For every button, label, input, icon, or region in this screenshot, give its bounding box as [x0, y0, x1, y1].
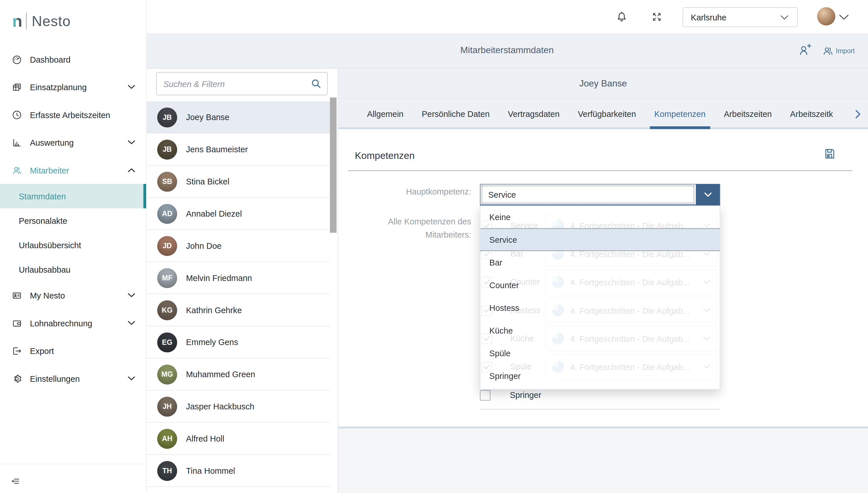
sidebar-item-lohnabrechnung[interactable]: Lohnabrechnung: [0, 309, 146, 337]
sidebar-item-export[interactable]: Export: [0, 337, 146, 365]
tab-verfuegbarkeiten[interactable]: Verfügbarkeiten: [578, 99, 636, 129]
alle-kompetenzen-label-line2: Mitarbeiters:: [338, 230, 471, 239]
tab-persoenliche-daten[interactable]: Persönliche Daten: [422, 99, 489, 129]
sidebar-item-auswertung[interactable]: Auswertung: [0, 128, 146, 156]
tab-allgemein[interactable]: Allgemein: [367, 99, 404, 129]
sidebar-item-label: My Nesto: [30, 291, 65, 300]
employee-row[interactable]: AD Annabel Diezel: [146, 198, 330, 230]
sidebar-item-label: Einsatzplanung: [30, 82, 87, 92]
sidebar-subitem-stammdaten[interactable]: Stammdaten: [0, 184, 146, 208]
option-spuele[interactable]: Spüle: [480, 342, 719, 365]
logo-divider: [26, 13, 27, 29]
employee-row[interactable]: MG Muhammed Green: [146, 359, 330, 391]
sidebar-subitem-label: Stammdaten: [19, 191, 66, 201]
tab-vertragsdaten[interactable]: Vertragsdaten: [508, 99, 559, 129]
employee-list: JB Joey Banse JB Jens Baumeister SB Stin…: [146, 102, 338, 493]
chevron-up-icon: [128, 168, 135, 172]
sidebar-subitem-urlaubsabbau[interactable]: Urlaubsabbau: [0, 257, 146, 282]
logo-text: Nesto: [32, 12, 71, 29]
avatar: JB: [157, 140, 177, 159]
employee-row[interactable]: JH Jasper Hackbusch: [146, 391, 330, 423]
sidebar-subitem-personalakte[interactable]: Personalakte: [0, 208, 146, 233]
alle-kompetenzen-label-line1: Alle Kompetenzen des: [338, 217, 471, 226]
sidebar-item-erfasste-arbeitszeiten[interactable]: Erfasste Arbeitszeiten: [0, 101, 146, 128]
location-selector-value: Karlsruhe: [691, 12, 727, 22]
fullscreen-icon[interactable]: [652, 12, 662, 22]
chevron-down-icon: [128, 321, 135, 325]
hauptkompetenz-dropdown: Service 4. Fortgeschritten - Die Aufgab.…: [480, 206, 720, 389]
sidebar-item-einsatzplanung[interactable]: Einsatzplanung: [0, 73, 146, 101]
tab-kompetenzen[interactable]: Kompetenzen: [654, 99, 706, 129]
avatar: MG: [157, 364, 177, 384]
employee-name: Kathrin Gehrke: [186, 305, 242, 315]
employee-name: Tina Hommel: [186, 466, 235, 475]
employee-row[interactable]: SB Stina Bickel: [146, 166, 330, 198]
sidebar-item-mitarbeiter[interactable]: Mitarbeiter: [0, 156, 146, 184]
sidebar-item-einstellungen[interactable]: Einstellungen: [0, 365, 146, 392]
avatar: TH: [157, 461, 177, 481]
schedule-grid-icon: [12, 82, 22, 92]
employee-name: Emmely Gens: [186, 337, 238, 347]
chevron-down-icon: [780, 15, 788, 20]
sidebar-collapse-icon[interactable]: [10, 476, 21, 487]
employee-name: Joey Banse: [186, 112, 229, 122]
save-icon[interactable]: [823, 147, 836, 160]
tab-arbeitszeiten[interactable]: Arbeitszeiten: [724, 99, 772, 129]
location-selector[interactable]: Karlsruhe: [683, 7, 798, 27]
hauptkompetenz-select[interactable]: Service: [480, 184, 720, 206]
avatar: EG: [157, 332, 177, 352]
tabs-scroll-right-chevron-icon[interactable]: [855, 109, 868, 119]
search-icon[interactable]: [310, 78, 322, 90]
employee-name: Stina Bickel: [186, 177, 229, 186]
checkbox-unchecked[interactable]: [480, 390, 490, 401]
avatar: AH: [157, 429, 177, 448]
sidebar-item-my-nesto[interactable]: My Nesto: [0, 282, 146, 309]
avatar: JD: [157, 236, 177, 256]
sidebar-subitem-urlaubsuebersicht[interactable]: Urlaubsübersicht: [0, 233, 146, 257]
employee-row[interactable]: [146, 487, 330, 493]
sidebar-item-label: Einstellungen: [30, 374, 80, 383]
detail-employee-name: Joey Banse: [338, 68, 868, 99]
sidebar-item-label: Export: [30, 346, 54, 356]
employee-row[interactable]: MF Melvin Friedmann: [146, 262, 330, 294]
option-bar[interactable]: Bar: [480, 251, 719, 274]
sidebar-nav: Dashboard Einsatzplanung Erfasste Arbeit…: [0, 45, 146, 392]
form-divider: [480, 409, 720, 409]
employee-row[interactable]: JB Jens Baumeister: [146, 134, 330, 166]
sidebar-item-label: Auswertung: [30, 137, 74, 147]
import-button-label: Import: [836, 47, 855, 55]
employee-list-panel: JB Joey Banse JB Jens Baumeister SB Stin…: [146, 68, 338, 493]
dropdown-options: Keine Service Bar Counter Hostess Küche …: [480, 206, 719, 387]
sidebar-item-dashboard[interactable]: Dashboard: [0, 45, 146, 73]
avatar: KG: [157, 300, 177, 320]
option-kueche[interactable]: Küche: [480, 319, 719, 342]
option-hostess[interactable]: Hostess: [480, 297, 719, 319]
option-counter[interactable]: Counter: [480, 274, 719, 297]
add-employee-button[interactable]: [798, 43, 812, 57]
sidebar-item-label: Mitarbeiter: [30, 166, 69, 175]
topbar: Karlsruhe: [146, 0, 868, 34]
option-service-selected[interactable]: Service: [480, 229, 719, 251]
tab-arbeitszeitk-truncated[interactable]: Arbeitszeitk: [790, 99, 833, 129]
employee-row[interactable]: AH Alfred Holl: [146, 423, 330, 455]
list-scrollbar-thumb[interactable]: [330, 98, 336, 233]
detail-tabs: Allgemein Persönliche Daten Vertragsdate…: [338, 99, 868, 129]
import-button[interactable]: Import: [822, 45, 855, 57]
user-avatar[interactable]: [817, 7, 836, 26]
chevron-down-icon: [128, 293, 135, 297]
employee-row[interactable]: KG Kathrin Gehrke: [146, 294, 330, 326]
employee-row[interactable]: JD John Doe: [146, 230, 330, 262]
select-dropdown-button[interactable]: [696, 184, 719, 206]
user-menu-chevron-icon[interactable]: [839, 14, 849, 20]
page-title: Mitarbeiterstammdaten: [146, 45, 868, 56]
option-springer[interactable]: Springer: [480, 365, 719, 387]
page-header-band: Mitarbeiterstammdaten Import: [146, 33, 868, 69]
avatar: SB: [157, 172, 177, 191]
notifications-bell-icon[interactable]: [616, 10, 628, 23]
option-keine[interactable]: Keine: [480, 206, 719, 228]
search-input[interactable]: [156, 72, 328, 95]
kompetenzen-section: Kompetenzen Hauptkompetenz: Alle Kompete…: [338, 129, 868, 428]
employee-row[interactable]: JB Joey Banse: [146, 102, 330, 134]
employee-row[interactable]: TH Tina Hommel: [146, 455, 330, 487]
employee-row[interactable]: EG Emmely Gens: [146, 326, 330, 359]
